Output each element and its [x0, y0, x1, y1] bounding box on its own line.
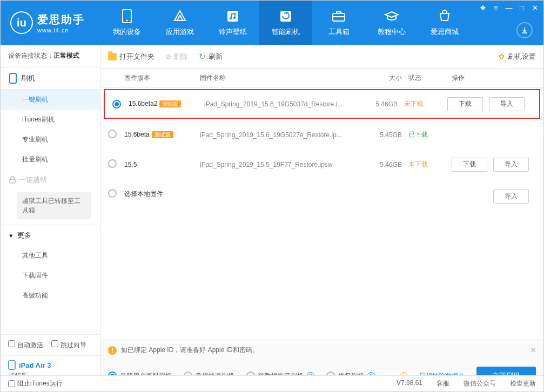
button-label: 删除	[174, 52, 188, 62]
import-button[interactable]: 导入	[493, 158, 529, 172]
svg-point-1	[126, 20, 128, 22]
nav-tab-apps[interactable]: 应用游戏	[153, 1, 206, 45]
folder-icon	[108, 53, 117, 60]
tablet-icon	[8, 360, 16, 370]
nav-tab-label: 铃声壁纸	[219, 27, 247, 37]
svg-rect-2	[227, 11, 238, 22]
menu-icon[interactable]: ❖	[478, 3, 488, 12]
firmware-version: 15.6beta2	[129, 100, 157, 107]
sidebar-item-download-firmware[interactable]: 下载固件	[1, 266, 100, 286]
list-icon[interactable]: ≡	[491, 3, 501, 12]
sidebar-section-label: 刷机	[21, 73, 35, 83]
nav-tab-flash[interactable]: 智能刷机	[259, 1, 312, 45]
status-bar: 阻止iTunes运行 V7.98.61 客服 微信公众号 检查更新	[1, 375, 543, 391]
button-label: 打开文件夹	[119, 52, 155, 62]
radio-button[interactable]	[112, 100, 121, 109]
close-button[interactable]: ✕	[529, 3, 540, 12]
minimize-button[interactable]: —	[503, 3, 514, 12]
logo-title: 爱思助手	[37, 12, 85, 27]
nav-tab-label: 工具箱	[328, 27, 350, 37]
window-controls: ❖ ≡ — □ ✕	[478, 3, 540, 12]
sidebar-item-advanced[interactable]: 高级功能	[1, 286, 100, 306]
firmware-name: iPad_Spring_2019_15.5_19F77_Restore.ipsw	[200, 161, 368, 168]
lock-icon	[9, 176, 16, 184]
nav-tab-label: 智能刷机	[272, 27, 300, 37]
warning-icon: !	[108, 346, 117, 355]
sidebar-section-label: 更多	[17, 231, 31, 240]
beta-badge: 测试版	[152, 131, 173, 138]
radio-button[interactable]	[108, 130, 117, 138]
status-link-update[interactable]: 检查更新	[510, 379, 536, 388]
maximize-button[interactable]: □	[516, 3, 527, 12]
checkbox-label: 跳过向导	[61, 341, 86, 349]
status-link-wechat[interactable]: 微信公众号	[464, 379, 496, 388]
warning-text: 如已绑定 Apple ID，请准备好 Apple ID和密码。	[121, 346, 259, 355]
sidebar-section-flash[interactable]: 刷机	[1, 67, 100, 90]
logo-area: iu 爱思助手 www.i4.cn	[1, 1, 100, 45]
col-header-name: 固件名称	[200, 73, 368, 83]
logo-icon: iu	[10, 11, 33, 34]
import-button[interactable]: 导入	[489, 97, 525, 111]
download-button[interactable]: 下载	[452, 158, 487, 172]
phone-icon	[9, 73, 17, 84]
refresh-icon: ↻	[199, 52, 206, 62]
skip-guide-checkbox[interactable]: 跳过向导	[51, 340, 86, 350]
conn-value: 正常模式	[53, 52, 79, 59]
warning-bar: ! 如已绑定 Apple ID，请准备好 Apple ID和密码。 ×	[100, 340, 543, 360]
chevron-icon: ▾	[9, 232, 13, 240]
firmware-row[interactable]: 15.6beta测试版 iPad_Spring_2019_15.6_19G502…	[100, 120, 543, 150]
device-name[interactable]: iPad Air 3	[8, 360, 92, 370]
nav-tab-label: 我的设备	[113, 27, 141, 37]
button-label: 刷新	[209, 52, 223, 62]
refresh-button[interactable]: ↻ 刷新	[199, 52, 223, 62]
firmware-name: iPad_Spring_2019_15.6_19G5027e_Restore.i…	[200, 131, 368, 139]
delete-button[interactable]: ⊘ 删除	[165, 52, 188, 62]
firmware-size: 5.46GB	[368, 161, 408, 168]
flash-settings-button[interactable]: ✿ 刷机设置	[499, 52, 536, 62]
download-manager-button[interactable]	[516, 22, 533, 38]
col-header-version: 固件版本	[124, 73, 200, 83]
firmware-row[interactable]: 15.5 iPad_Spring_2019_15.5_19F77_Restore…	[100, 150, 543, 179]
svg-point-3	[230, 17, 232, 19]
firmware-status: 未下载	[408, 160, 452, 169]
block-itunes-checkbox[interactable]: 阻止iTunes运行	[8, 379, 63, 388]
ringtone-icon	[226, 9, 239, 24]
sidebar-section-label: 一键越狱	[19, 175, 47, 185]
status-link-support[interactable]: 客服	[436, 379, 449, 388]
sidebar-options: 自动激活 跳过向导	[1, 335, 100, 355]
nav-tab-tutorials[interactable]: 教程中心	[365, 1, 418, 45]
sidebar-item-itunes-flash[interactable]: iTunes刷机	[1, 110, 100, 130]
sidebar-section-more[interactable]: ▾ 更多	[1, 225, 100, 246]
toolbox-icon	[332, 9, 346, 24]
firmware-row[interactable]: 15.6beta2测试版 iPad_Spring_2019_15.6_19G50…	[104, 89, 540, 119]
open-folder-button[interactable]: 打开文件夹	[108, 52, 155, 62]
sidebar-item-oneclick-flash[interactable]: 一键刷机	[1, 90, 100, 110]
radio-button[interactable]	[108, 189, 117, 198]
col-header-size: 大小	[368, 73, 408, 83]
nav-tabs: 我的设备 应用游戏 铃声壁纸 智能刷机 工具箱 教程中心 爱思商城	[100, 1, 543, 45]
firmware-status: 已下载	[408, 130, 452, 139]
close-warning-button[interactable]: ×	[531, 346, 536, 355]
import-button[interactable]: 导入	[493, 190, 529, 204]
sidebar-item-batch-flash[interactable]: 批量刷机	[1, 150, 100, 170]
radio-button[interactable]	[108, 159, 117, 168]
local-firmware-row[interactable]: 选择本地固件 导入	[100, 179, 543, 209]
nav-tab-store[interactable]: 爱思商城	[418, 1, 471, 45]
beta-badge: 测试版	[159, 100, 181, 107]
checkbox-label: 自动激活	[17, 341, 43, 349]
main-content: 打开文件夹 ⊘ 删除 ↻ 刷新 ✿ 刷机设置 固件版本 固件名称 大小 状态 操…	[100, 45, 543, 392]
sidebar-item-pro-flash[interactable]: 专业刷机	[1, 130, 100, 150]
local-firmware-label: 选择本地固件	[124, 190, 200, 199]
sidebar-item-other-tools[interactable]: 其他工具	[1, 246, 100, 266]
firmware-size: 5.46GB	[364, 100, 404, 108]
firmware-status: 未下载	[404, 99, 447, 109]
logo-subtitle: www.i4.cn	[37, 27, 85, 33]
download-button[interactable]: 下载	[447, 97, 483, 111]
nav-tab-ringtones[interactable]: 铃声壁纸	[206, 1, 259, 45]
nav-tab-toolbox[interactable]: 工具箱	[312, 1, 365, 45]
device-icon	[122, 9, 132, 24]
nav-tab-label: 爱思商城	[431, 27, 459, 37]
button-label: 刷机设置	[508, 52, 536, 62]
auto-activate-checkbox[interactable]: 自动激活	[8, 340, 43, 350]
nav-tab-device[interactable]: 我的设备	[100, 1, 153, 45]
